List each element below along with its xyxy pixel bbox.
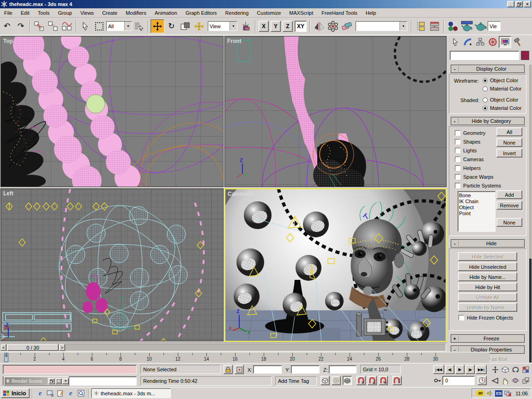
menu-item[interactable]: Modifiers: [121, 9, 151, 17]
render-scene-button[interactable]: [460, 19, 474, 33]
viewport-left[interactable]: Left Z: [0, 188, 224, 341]
prev-frame-arrow[interactable]: <: [0, 344, 6, 351]
time-configuration-button[interactable]: [478, 376, 487, 385]
close-button[interactable]: ×: [524, 1, 531, 7]
select-rotate-button[interactable]: ↻: [164, 19, 178, 33]
field-of-view-button[interactable]: [511, 365, 520, 374]
dropdown-arrow-icon[interactable]: ▼: [230, 22, 237, 30]
dropdown-arrow-icon[interactable]: ▼: [399, 22, 407, 30]
category-action-button[interactable]: Invert: [496, 149, 522, 157]
viewport-top[interactable]: Top: [0, 36, 224, 187]
set-key-button[interactable]: [433, 376, 442, 385]
category-checkbox[interactable]: Lights: [449, 146, 501, 155]
quick-launch-compose[interactable]: [56, 389, 65, 398]
menu-item[interactable]: Rendering: [221, 9, 253, 17]
menu-item[interactable]: MAXScript: [285, 9, 317, 17]
quick-render-button[interactable]: [474, 19, 488, 33]
zoom-button[interactable]: [490, 365, 500, 374]
selection-lock-button[interactable]: [224, 365, 233, 374]
menu-item[interactable]: Graph Editors: [181, 9, 221, 17]
shaded-object-color-radio[interactable]: Object Color: [483, 96, 521, 104]
category-listbox[interactable]: BoneIK Chain ObjectPoint: [458, 191, 496, 232]
region-zoom-button[interactable]: [521, 365, 530, 374]
minimize-button[interactable]: _: [507, 1, 514, 7]
dropdown-arrow-icon[interactable]: ▼: [124, 22, 132, 30]
min-max-toggle-button[interactable]: [521, 376, 530, 385]
snap-3d-button[interactable]: 3: [357, 376, 366, 385]
listbox-item[interactable]: Point: [459, 211, 494, 217]
category-none-button[interactable]: None: [496, 218, 522, 227]
next-frame-arrow[interactable]: >: [59, 344, 65, 351]
category-checkbox[interactable]: Cameras: [449, 155, 501, 163]
keyboard-layout-indicator[interactable]: ES: [495, 390, 502, 397]
current-frame-field[interactable]: 0: [442, 376, 475, 385]
undo-button[interactable]: ↶: [0, 19, 14, 33]
volume-icon[interactable]: [487, 390, 493, 396]
listbox-item[interactable]: Bone: [459, 193, 494, 199]
hatched-cube-button[interactable]: [343, 376, 352, 385]
hide-action-button[interactable]: Unhide All: [458, 293, 517, 302]
absolute-offset-button[interactable]: [235, 365, 244, 374]
restrict-x-button[interactable]: X: [259, 21, 269, 32]
network-disconnected-icon[interactable]: [504, 390, 512, 397]
quick-launch-show-desktop[interactable]: [46, 389, 55, 398]
maximize-button[interactable]: [55, 378, 62, 384]
category-checkbox[interactable]: Shapes: [449, 137, 501, 146]
category-action-button[interactable]: All: [496, 127, 522, 136]
select-scale-button[interactable]: [178, 19, 192, 33]
schematic-view-button[interactable]: [428, 19, 441, 33]
viewport-camera-label[interactable]: Camera01: [228, 191, 254, 197]
wireframe-material-color-radio[interactable]: Material Color: [483, 85, 521, 93]
close-button[interactable]: ×: [62, 378, 69, 384]
viewport-front-label[interactable]: Front: [227, 38, 242, 44]
category-checkbox[interactable]: Particle Systems: [449, 181, 501, 190]
menu-item[interactable]: Group: [54, 9, 76, 17]
fov-cone-button[interactable]: [490, 376, 500, 385]
title-bar[interactable]: theheadc.max - 3ds max 4 _ ×: [0, 0, 532, 8]
restore-button[interactable]: [48, 378, 55, 384]
category-checkbox[interactable]: Helpers: [449, 163, 501, 172]
bind-spacewarp-button[interactable]: [60, 19, 74, 33]
snap-angle-button[interactable]: ∠: [368, 376, 377, 385]
snap-percent-button[interactable]: %: [379, 376, 388, 385]
play-button[interactable]: ▶: [455, 365, 465, 374]
quick-launch-viewer[interactable]: [76, 389, 85, 398]
select-object-button[interactable]: [79, 19, 92, 33]
menu-item[interactable]: Views: [76, 9, 98, 17]
start-button[interactable]: Inicio: [1, 388, 30, 398]
clock[interactable]: 11:06: [515, 391, 528, 396]
shaded-material-color-radio[interactable]: Material Color: [483, 104, 521, 112]
listbox-item[interactable]: IK Chain Object: [459, 199, 494, 211]
spinner-snap-button[interactable]: [393, 376, 402, 385]
y-field[interactable]: [291, 365, 320, 374]
select-move-button[interactable]: [151, 19, 164, 33]
tab-display[interactable]: [499, 36, 511, 48]
hide-action-button[interactable]: Unhide by Name...: [458, 303, 517, 312]
menu-item[interactable]: Edit: [17, 9, 34, 17]
arc-rotate-button[interactable]: [511, 376, 520, 385]
wireframe-object-color-radio[interactable]: Object Color: [483, 76, 521, 85]
viewport-camera[interactable]: Camera01: [224, 188, 447, 342]
render-scene-titlebar[interactable]: Render Scene: [5, 377, 48, 385]
tab-motion[interactable]: [486, 36, 499, 48]
link-button[interactable]: [32, 19, 46, 33]
restrict-z-button[interactable]: Z: [283, 21, 293, 32]
unlink-button[interactable]: [46, 19, 60, 33]
object-color-swatch[interactable]: [521, 51, 529, 60]
rollout-hide[interactable]: -Hide: [451, 239, 525, 248]
menu-item[interactable]: Help: [362, 9, 381, 17]
rollout-display-color[interactable]: -Display Color: [451, 65, 525, 73]
viewport-top-canvas[interactable]: [1, 36, 224, 187]
menu-item[interactable]: Create: [98, 9, 121, 17]
viewport-left-canvas[interactable]: Z: [1, 189, 224, 341]
go-to-start-button[interactable]: |◀◀: [433, 365, 444, 374]
hide-frozen-checkbox[interactable]: Hide Frozen Objects: [449, 313, 526, 322]
use-pivot-center-button[interactable]: [239, 19, 253, 33]
mirror-button[interactable]: [312, 19, 326, 33]
pan-button[interactable]: [501, 376, 510, 385]
zoom-extents-button[interactable]: [501, 365, 510, 374]
taskbar-task-button[interactable]: theheadc.max - 3ds m...: [91, 388, 171, 398]
viewport-front-canvas[interactable]: Z: [225, 36, 447, 187]
hide-action-button[interactable]: Hide by Name...: [458, 272, 517, 281]
rollout-freeze[interactable]: +Freeze: [451, 334, 525, 343]
